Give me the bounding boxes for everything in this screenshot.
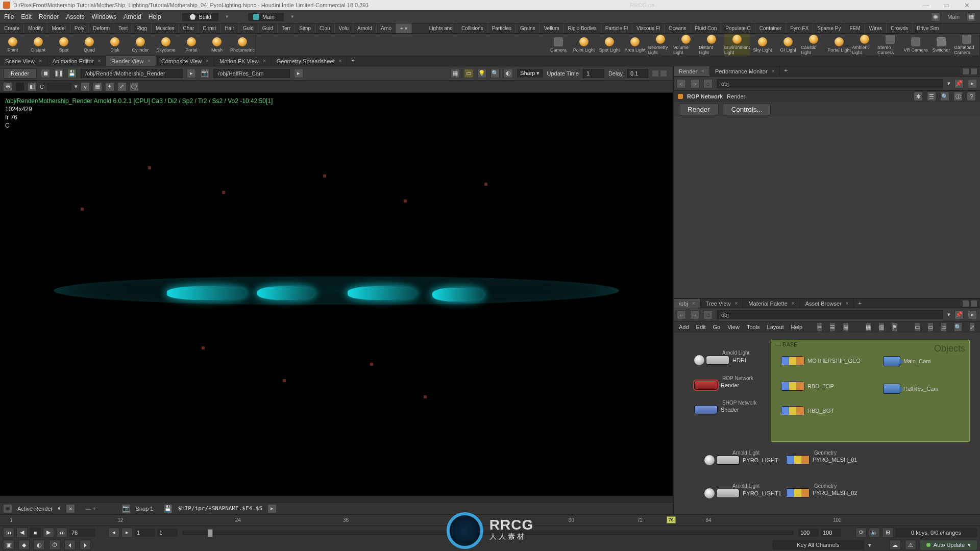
shelf-tab[interactable]: Collisions xyxy=(457,23,488,33)
home-icon[interactable]: ⌂ xyxy=(703,79,713,88)
tab-animation-editor[interactable]: Animation Editor× xyxy=(47,56,107,66)
list-icon[interactable]: ☰ xyxy=(829,322,836,332)
tool-photometric[interactable]: Photometric xyxy=(230,34,255,56)
channel-c[interactable]: C xyxy=(40,84,44,90)
region-icon[interactable]: ▭ xyxy=(464,69,473,78)
scope-icon[interactable]: ◐ xyxy=(34,540,45,550)
shelf-tab[interactable]: Viscous Fl xyxy=(632,23,665,33)
save-icon[interactable]: 💾 xyxy=(67,69,77,78)
prev-key-button[interactable]: ⏴ xyxy=(64,540,76,550)
shelf-tab[interactable]: Hair xyxy=(220,23,238,33)
shelf-tab[interactable]: Create xyxy=(0,23,24,33)
pin-icon[interactable]: 📌 xyxy=(954,79,964,88)
delay-value[interactable]: 0.1 xyxy=(627,69,648,78)
tool-volumelight[interactable]: Volume Light xyxy=(673,34,699,56)
frame-field[interactable]: 76 xyxy=(69,529,95,537)
tab-asset-browser[interactable]: Asset Browser× xyxy=(800,299,854,308)
zoom-icon[interactable]: 🔍 xyxy=(491,69,500,78)
shelf-tab[interactable]: Const xyxy=(199,23,220,33)
shelf-tab[interactable]: Wires xyxy=(865,23,887,33)
pane-menu-icon[interactable] xyxy=(963,68,969,74)
camera-path[interactable]: /obj/HalfRes_Cam xyxy=(213,69,290,78)
tool-spotlight[interactable]: Spot Light xyxy=(597,34,622,56)
cam-jump-icon[interactable]: ▸ xyxy=(294,69,303,78)
denoise-icon[interactable]: ◐ xyxy=(504,69,513,78)
grid-icon[interactable]: ▦ xyxy=(865,322,871,332)
node-render[interactable]: Render xyxy=(694,381,739,390)
tool-point[interactable]: Point xyxy=(0,34,26,56)
tab-add[interactable]: + xyxy=(780,66,791,76)
shelf-tab[interactable]: Grains xyxy=(516,23,540,33)
tab-tree-view[interactable]: Tree View× xyxy=(701,299,744,308)
node-halfres-cam[interactable]: HalfRes_Cam xyxy=(883,384,938,394)
expand-icon[interactable]: ⤢ xyxy=(969,322,975,332)
tab-render-view[interactable]: Render View× xyxy=(106,56,156,66)
shelf-tab[interactable]: Container xyxy=(755,23,786,33)
node-main-cam[interactable]: Main_Cam xyxy=(883,356,930,366)
fg-icon[interactable]: ✦ xyxy=(105,82,114,91)
menu-assets[interactable]: Assets xyxy=(66,13,84,20)
range-slider[interactable] xyxy=(183,531,793,535)
update-value[interactable]: 1 xyxy=(583,69,604,78)
auto-update-chip[interactable]: Auto Update ▾ xyxy=(920,540,977,550)
render-button[interactable]: Render xyxy=(679,104,719,115)
tool-spot[interactable]: Spot xyxy=(51,34,77,56)
tab-motionfx-view[interactable]: Motion FX View× xyxy=(214,56,272,66)
tool-gamepadcam[interactable]: Gamepad Camera xyxy=(954,34,979,56)
shelf-tab[interactable]: Particle Fl xyxy=(601,23,632,33)
maximize-button[interactable]: ▭ xyxy=(936,1,957,10)
stop-icon[interactable]: ◼ xyxy=(41,69,50,78)
shelf-tab[interactable]: Muscles xyxy=(152,23,179,33)
stop-button[interactable]: ■ xyxy=(30,528,41,538)
tool-camera[interactable]: Camera xyxy=(546,34,571,56)
tool-ambientlight[interactable]: Ambient Light xyxy=(852,34,877,56)
end-frame[interactable]: 100 xyxy=(821,529,841,537)
tool-stereocam[interactable]: Stereo Camera xyxy=(877,34,903,56)
tab-add[interactable]: + xyxy=(347,56,358,66)
help-icon[interactable]: ? xyxy=(967,92,976,101)
close-button[interactable]: ✕ xyxy=(957,1,977,10)
tool-distantlight[interactable]: Distant Light xyxy=(699,34,724,56)
key-icon[interactable]: ◆ xyxy=(18,540,30,550)
render-button[interactable]: Render xyxy=(3,68,37,79)
first-frame-button[interactable]: ⏮ xyxy=(3,528,14,538)
menu-edit[interactable]: Edit xyxy=(21,13,32,20)
shelf-tab[interactable]: Poly xyxy=(70,23,89,33)
menu-file[interactable]: File xyxy=(4,13,14,20)
step-fwd-button[interactable]: ▸ xyxy=(121,528,133,538)
tab-material-palette[interactable]: Material Palette× xyxy=(743,299,800,308)
tool-gilight[interactable]: GI Light xyxy=(775,34,801,56)
maximize-icon[interactable] xyxy=(971,300,977,307)
realtime-icon[interactable]: ⟳ xyxy=(855,528,867,538)
maximize-icon[interactable] xyxy=(971,68,977,74)
tool-pointlight[interactable]: Point Light xyxy=(571,34,597,56)
shelf-tab[interactable]: Clou xyxy=(315,23,335,33)
range-start[interactable]: 1 xyxy=(157,529,178,537)
shelf-tab[interactable]: Arnold xyxy=(353,23,377,33)
tool-arealight[interactable]: Area Light xyxy=(622,34,648,56)
info-icon[interactable]: ⓘ xyxy=(130,82,139,91)
network-canvas[interactable]: — BASE Objects Arnold Light HDRI ROP Net… xyxy=(674,333,980,514)
aspect-icon[interactable]: ⤢ xyxy=(117,82,127,91)
preview-icon[interactable]: ▦ xyxy=(451,69,460,78)
tool-geolight[interactable]: Geometry Light xyxy=(648,34,673,56)
tool-portal[interactable]: Portal xyxy=(179,34,204,56)
node-pyro-mesh-01[interactable]: PYRO_MESH_01 xyxy=(786,455,857,464)
start-frame[interactable]: 1 xyxy=(135,529,155,537)
home-icon[interactable]: ⌂ xyxy=(703,310,713,319)
node-pyro-light1[interactable]: PYRO_LIGHT1 xyxy=(704,488,781,498)
back-icon[interactable]: ← xyxy=(677,79,686,88)
render-viewport[interactable]: /obj/Render/Mothership_Render Arnold 6.0… xyxy=(0,93,673,502)
menu-render[interactable]: Render xyxy=(39,13,59,20)
rop-path[interactable]: /obj/Render/Mothership_Render xyxy=(81,69,183,78)
find-icon[interactable]: 🔍 xyxy=(954,322,962,332)
shelf-tab[interactable]: Rigg xyxy=(132,23,152,33)
fwd-icon[interactable]: → xyxy=(690,79,699,88)
nw-menu-go[interactable]: Go xyxy=(713,324,721,330)
audio-icon[interactable]: 🔈 xyxy=(869,528,880,538)
node-shader[interactable]: Shader xyxy=(694,405,739,414)
search-icon[interactable]: 🔍 xyxy=(940,92,949,101)
shelf-tab[interactable]: Particles xyxy=(488,23,516,33)
nw-menu-layout[interactable]: Layout xyxy=(767,324,784,330)
tool-causticlight[interactable]: Caustic Light xyxy=(801,34,826,56)
